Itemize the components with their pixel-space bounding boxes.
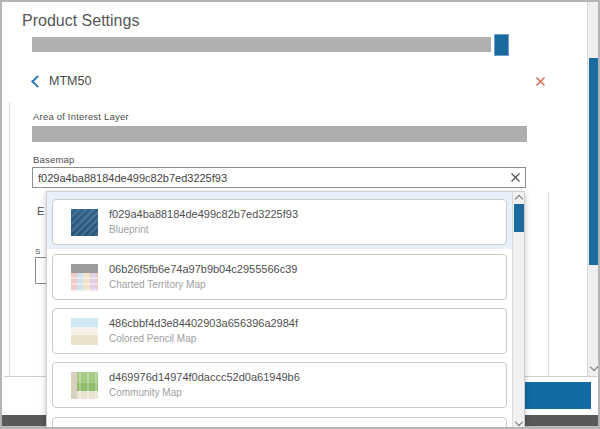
item-name: Charted Territory Map [109,279,206,290]
basemap-input[interactable] [32,167,526,188]
item-id: d469976d14974f0daccc52d0a61949b6 [109,371,300,383]
panel-left-border [9,102,10,376]
basemap-field-label: Basemap [33,154,75,165]
item-id: f029a4ba88184de499c82b7ed3225f93 [109,208,298,220]
aoi-field-label: Area of Interest Layer [33,111,129,122]
redacted-text-bar [32,37,491,52]
item-id: 486cbbf4d3e84402903a656396a2984f [109,317,298,329]
basemap-dropdown: f029a4ba88184de499c82b7ed3225f93 Bluepri… [46,191,525,429]
page-title: Product Settings [22,12,139,30]
panel-right-border [548,192,549,376]
dropdown-scrollbar-thumb[interactable] [514,204,525,232]
clear-input-icon[interactable] [510,172,521,183]
hidden-field-label-s: S [35,247,40,256]
basemap-thumbnail-icon [71,318,98,345]
redacted-action-button[interactable] [494,34,509,56]
page-scroll-down-icon[interactable] [590,363,598,371]
page-scrollbar-thumb[interactable] [589,58,600,265]
dropdown-scrollbar[interactable] [512,192,524,428]
list-item-community[interactable]: d469976d14974f0daccc52d0a61949b6 Communi… [52,362,507,408]
list-item-partial[interactable] [52,417,507,429]
close-icon[interactable] [535,76,546,87]
item-id: 06b26f5fb6e74a97b9b04c2955566c39 [109,263,297,275]
list-item-colored-pencil[interactable]: 486cbbf4d3e84402903a656396a2984f Colored… [52,308,507,354]
back-link-label: MTM50 [49,74,91,88]
back-link[interactable]: MTM50 [33,73,91,89]
basemap-thumbnail-icon [71,264,98,291]
item-name: Community Map [109,387,182,398]
dropdown-scroll-down-icon[interactable] [515,418,523,426]
item-name: Blueprint [109,224,148,235]
hidden-field-label-e: E [37,205,44,217]
list-item-charted-territory[interactable]: 06b26f5fb6e74a97b9b04c2955566c39 Charted… [52,254,507,300]
basemap-thumbnail-icon [71,372,98,399]
aoi-redacted-value-bar [32,126,527,142]
page-scrollbar[interactable] [587,2,600,376]
list-item-blueprint[interactable]: f029a4ba88184de499c82b7ed3225f93 Bluepri… [52,199,507,245]
product-settings-window: Product Settings MTM50 Area of Interest … [0,0,600,429]
chevron-left-icon [31,75,44,88]
dropdown-scroll-up-icon[interactable] [515,195,523,203]
item-name: Colored Pencil Map [109,333,196,344]
basemap-thumbnail-icon [71,209,98,236]
